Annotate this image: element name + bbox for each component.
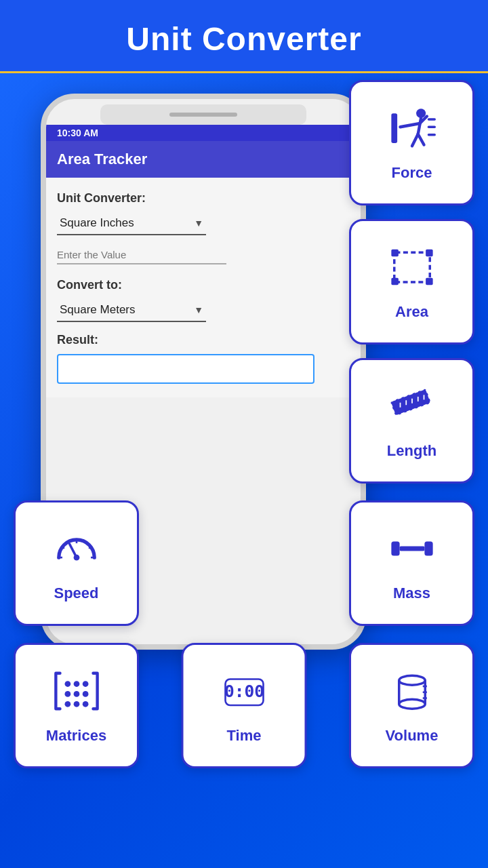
speed-label: Speed [54, 585, 98, 602]
card-speed[interactable]: Speed [14, 500, 139, 626]
svg-point-28 [73, 554, 79, 560]
notch-bar [169, 113, 237, 117]
status-bar: 10:30 AM [46, 125, 361, 141]
convert-to-label: Convert to: [57, 278, 350, 292]
app-header: Unit Converter [0, 0, 488, 73]
svg-point-35 [64, 691, 70, 697]
card-volume[interactable]: Volume [349, 643, 474, 768]
card-mass[interactable]: Mass [349, 500, 474, 626]
card-time[interactable]: 0:00 Time [182, 643, 307, 768]
result-label: Result: [57, 333, 350, 347]
time-icon: 0:00 [220, 667, 268, 722]
force-label: Force [392, 164, 432, 182]
card-length[interactable]: Length [349, 358, 474, 484]
value-input[interactable] [57, 246, 226, 264]
mass-icon [388, 525, 436, 579]
svg-point-40 [82, 701, 88, 707]
length-icon [388, 382, 436, 437]
svg-point-44 [399, 699, 425, 709]
matrices-label: Matrices [46, 727, 106, 745]
from-unit-label: Unit Converter: [57, 191, 350, 205]
from-unit-dropdown[interactable]: Square Inches ▼ [57, 212, 206, 235]
svg-line-4 [418, 134, 424, 144]
result-box [57, 354, 314, 384]
svg-point-37 [82, 691, 88, 697]
status-time: 10:30 AM [57, 127, 98, 138]
svg-point-34 [82, 681, 88, 687]
from-unit-arrow-icon: ▼ [194, 218, 203, 229]
svg-rect-13 [391, 277, 399, 285]
svg-point-32 [64, 681, 70, 687]
to-unit-arrow-icon: ▼ [194, 304, 203, 315]
svg-rect-0 [391, 113, 397, 143]
speed-icon [53, 525, 100, 579]
from-unit-value: Square Inches [60, 216, 194, 230]
svg-rect-11 [391, 249, 399, 256]
to-unit-dropdown[interactable]: Square Meters ▼ [57, 299, 206, 322]
length-label: Length [387, 442, 436, 460]
to-unit-value: Square Meters [60, 303, 194, 317]
phone-app-title: Area Tracker [46, 141, 361, 178]
volume-label: Volume [386, 727, 439, 745]
card-area[interactable]: Area [349, 219, 474, 344]
svg-line-5 [400, 123, 420, 127]
force-icon [388, 104, 436, 159]
phone-body: Unit Converter: Square Inches ▼ Convert … [46, 178, 361, 397]
mass-label: Mass [393, 585, 430, 602]
svg-point-43 [399, 675, 425, 685]
volume-icon [388, 667, 436, 722]
svg-rect-15 [390, 388, 430, 416]
main-content: 10:30 AM Area Tracker Unit Converter: Sq… [0, 73, 488, 867]
svg-point-38 [64, 701, 70, 707]
time-label: Time [227, 727, 262, 745]
card-force[interactable]: Force [349, 80, 474, 205]
svg-point-36 [73, 691, 79, 697]
matrices-icon [53, 667, 100, 722]
app-title: Unit Converter [126, 21, 361, 57]
svg-rect-14 [426, 277, 433, 285]
area-label: Area [395, 303, 428, 321]
area-icon [388, 243, 436, 298]
phone-notch [100, 104, 306, 125]
svg-rect-31 [424, 541, 432, 555]
svg-rect-12 [426, 249, 433, 256]
card-matrices[interactable]: Matrices [14, 643, 139, 768]
svg-line-2 [418, 118, 420, 134]
svg-rect-10 [394, 252, 430, 282]
svg-line-3 [412, 134, 418, 146]
svg-text:0:00: 0:00 [224, 681, 264, 701]
svg-rect-29 [391, 541, 399, 555]
svg-point-33 [73, 681, 79, 687]
svg-point-39 [73, 701, 79, 707]
svg-rect-30 [399, 546, 424, 551]
